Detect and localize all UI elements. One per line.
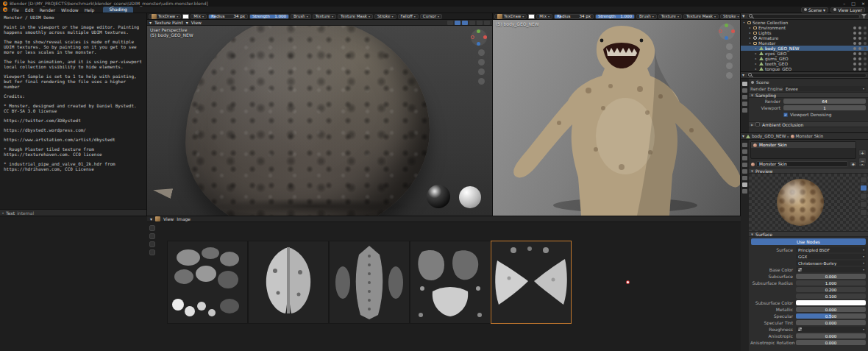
sub-2-widget[interactable]: Christensen-Burley <box>796 260 866 266</box>
disclosure-triangle-icon[interactable]: ▸ <box>748 26 752 29</box>
ambient-occlusion-panel-header[interactable]: ▶ Ambient Occlusion <box>749 121 868 127</box>
menu-file[interactable]: File <box>9 7 22 13</box>
metallic-widget[interactable]: 0.000 <box>796 307 866 312</box>
soften-tool-icon[interactable] <box>149 233 155 239</box>
workspace-tab-shading[interactable]: Shading <box>103 7 132 13</box>
editor-type-icon[interactable]: ▾ <box>742 13 745 19</box>
subsurface-radius-widget[interactable]: 1.000 <box>796 280 866 286</box>
axis-x-neg-icon[interactable] <box>471 35 474 39</box>
axis-y-icon[interactable] <box>725 24 728 27</box>
outliner-item-eyes-geo[interactable]: ▸eyes_GEO <box>741 51 868 56</box>
preview-cube-icon[interactable] <box>860 193 867 199</box>
hide-viewport-icon[interactable] <box>858 63 861 65</box>
udim-tile-5[interactable] <box>491 241 572 324</box>
menu-window[interactable]: Window <box>58 7 82 13</box>
disclosure-triangle-icon[interactable]: ▸ <box>748 36 752 40</box>
navigation-gizmo[interactable] <box>719 24 735 40</box>
outliner-item-lights[interactable]: ▸Lights <box>741 30 868 35</box>
minimize-button[interactable]: – <box>843 1 845 6</box>
base-color-widget[interactable] <box>796 267 866 272</box>
viewport-samples-field[interactable]: 1 <box>783 105 866 110</box>
blend-mode-dropdown[interactable]: Mix ▾ <box>191 14 207 19</box>
outliner-item-teeth-geo[interactable]: ▸teeth_GEO <box>741 61 868 66</box>
preview-hair-icon[interactable] <box>860 201 867 208</box>
camera-view-icon[interactable] <box>478 68 485 75</box>
breadcrumb-material[interactable]: Monster Skin <box>796 134 824 138</box>
properties-search-input[interactable] <box>746 73 867 78</box>
specular-widget[interactable]: 0.500 <box>796 313 866 319</box>
texture-panel-dropdown[interactable]: Texture▾ <box>313 14 336 19</box>
checkbox-toggle-icon[interactable] <box>853 47 856 50</box>
output-tab-icon[interactable] <box>742 88 747 93</box>
subsurface-color-widget[interactable] <box>796 300 866 305</box>
text-menu[interactable]: Text <box>6 210 15 216</box>
ambient-occlusion-checkbox[interactable] <box>755 122 760 127</box>
shading-material-icon[interactable] <box>477 21 483 25</box>
mode-dropdown[interactable]: Texture Paint <box>154 20 183 25</box>
breadcrumb-scene[interactable]: Scene <box>756 80 769 85</box>
move-view-icon[interactable] <box>726 53 733 60</box>
editor-type-icon[interactable]: ▾ <box>742 134 744 138</box>
hide-render-icon[interactable] <box>864 63 867 65</box>
hide-render-icon[interactable] <box>864 52 867 55</box>
texture-mask-panel-dropdown[interactable]: Texture Mask▾ <box>338 14 373 19</box>
scene-tab-icon[interactable] <box>742 102 747 106</box>
stroke-panel-dropdown[interactable]: Stroke▾ <box>720 14 740 19</box>
axis-z-icon[interactable] <box>477 42 480 46</box>
outliner-item-tongue-geo[interactable]: ▸tongue_GEO <box>741 66 868 71</box>
snap-icon[interactable] <box>447 21 453 25</box>
toggle-perspective-icon[interactable] <box>478 78 485 85</box>
text-datablock-name[interactable]: internal <box>17 210 34 216</box>
toggle-perspective-icon[interactable] <box>726 72 733 79</box>
constraints-tab-icon[interactable] <box>742 169 747 174</box>
roughness-widget[interactable] <box>796 327 866 332</box>
editor-type-icon[interactable]: ▾ <box>149 20 152 25</box>
render-tab-icon[interactable] <box>742 82 747 86</box>
particles-tab-icon[interactable] <box>742 156 747 160</box>
radius-slider[interactable]: Radius 34 px <box>208 14 248 19</box>
material-tab-icon[interactable] <box>742 182 747 187</box>
hide-render-icon[interactable] <box>864 37 867 40</box>
image-menu[interactable]: Image <box>177 216 191 221</box>
texture-tab-icon[interactable] <box>742 189 747 194</box>
disclosure-triangle-icon[interactable]: ▾ <box>748 41 752 45</box>
use-nodes-button[interactable]: Use Nodes <box>751 238 866 245</box>
physics-tab-icon[interactable] <box>742 163 747 167</box>
preview-sphere-icon[interactable] <box>860 185 867 191</box>
view-layer-tab-icon[interactable] <box>742 95 747 99</box>
move-view-icon[interactable] <box>478 59 485 65</box>
render-samples-field[interactable]: 64 <box>783 99 866 104</box>
preview-cloth-icon[interactable] <box>860 209 867 216</box>
menu-edit[interactable]: Edit <box>22 7 37 13</box>
object-tab-icon[interactable] <box>742 143 747 147</box>
text-editor-body[interactable]: Monster / UDIM DemoPaint in the viewport… <box>4 15 144 208</box>
surface-panel-header[interactable]: ▼ Surface <box>749 231 868 237</box>
udim-tile-3[interactable] <box>329 241 410 324</box>
outliner-search-input[interactable] <box>747 14 860 19</box>
falloff-panel-dropdown[interactable]: Falloff▾ <box>398 14 419 19</box>
subsurface-widget[interactable]: 0.000 <box>796 274 866 279</box>
hide-viewport-icon[interactable] <box>858 42 861 45</box>
world-tab-icon[interactable] <box>742 108 747 113</box>
maximize-button[interactable]: □ <box>851 1 855 6</box>
viewport-denoising-checkbox[interactable]: ✓ <box>783 113 788 117</box>
scene-selector[interactable]: Scene ▾ <box>801 7 828 13</box>
zoom-icon[interactable] <box>478 49 485 56</box>
axis-x-neg-icon[interactable] <box>719 29 722 33</box>
material-slot-list[interactable]: Monster Skin <box>750 141 856 159</box>
axis-x-icon[interactable] <box>483 35 487 39</box>
brush-panel-dropdown[interactable]: Brush▾ <box>291 14 311 19</box>
hide-render-icon[interactable] <box>864 47 867 50</box>
view-layer-selector[interactable]: View Layer <box>830 7 865 13</box>
checkbox-toggle-icon[interactable] <box>853 32 856 35</box>
navigation-gizmo[interactable] <box>471 29 487 46</box>
sub-7-widget[interactable]: 0.100 <box>796 294 866 299</box>
udim-tile-4[interactable] <box>410 241 491 324</box>
clone-tool-icon[interactable] <box>149 249 155 255</box>
sampling-panel-header[interactable]: ▼ Sampling <box>749 92 868 98</box>
remove-slot-button[interactable]: − <box>858 157 867 164</box>
radius-slider[interactable]: Radius 34 px <box>554 14 594 19</box>
zoom-icon[interactable] <box>726 43 733 50</box>
preview-panel-header[interactable]: ▼ Preview <box>749 168 868 174</box>
stroke-panel-dropdown[interactable]: Stroke▾ <box>374 14 396 19</box>
